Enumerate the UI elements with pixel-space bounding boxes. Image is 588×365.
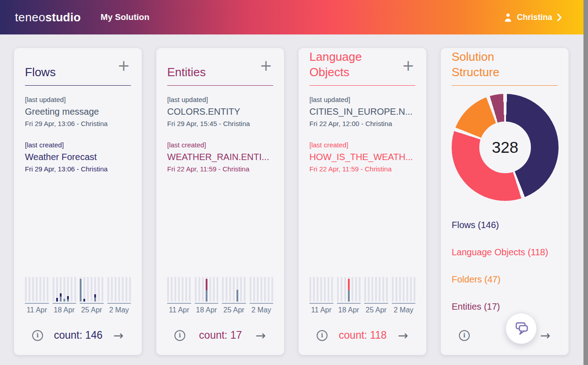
open-arrow-icon[interactable]: → bbox=[113, 329, 124, 341]
bar bbox=[403, 277, 405, 302]
week-label: 11 Apr bbox=[309, 306, 333, 314]
week-label: 18 Apr bbox=[53, 306, 77, 314]
card-entities: Entities + [last updated] COLORS.ENTITY … bbox=[156, 48, 284, 355]
last-updated-entry: [last updated] CITIES_IN_EUROPE.N... Fri… bbox=[309, 96, 415, 127]
solution-title: My Solution bbox=[101, 12, 149, 22]
week-label: 25 Apr bbox=[364, 306, 388, 314]
card-title[interactable]: Language Objects bbox=[309, 49, 390, 80]
bar bbox=[317, 277, 318, 302]
bar bbox=[71, 277, 72, 302]
bar bbox=[355, 277, 357, 302]
bar bbox=[375, 277, 377, 302]
bar bbox=[189, 277, 191, 302]
bar bbox=[392, 277, 394, 302]
bar bbox=[67, 277, 69, 302]
bar bbox=[171, 277, 173, 302]
bar bbox=[236, 277, 238, 302]
legend-item: Folders (47) bbox=[452, 274, 558, 285]
card-title[interactable]: Flows bbox=[25, 65, 56, 80]
bar bbox=[29, 277, 30, 302]
last-created-entry: [last created] HOW_IS_THE_WEATH... Fri 2… bbox=[309, 141, 415, 173]
week-group: 25 Apr bbox=[80, 277, 104, 314]
bar bbox=[32, 277, 34, 302]
week-label: 2 May bbox=[250, 306, 274, 314]
info-icon[interactable]: i bbox=[174, 330, 185, 341]
bar bbox=[320, 277, 322, 302]
bar bbox=[39, 277, 41, 302]
card-title[interactable]: Entities bbox=[167, 65, 206, 80]
week-label: 2 May bbox=[392, 306, 416, 314]
mini-chart: 11 Apr18 Apr25 Apr2 May bbox=[167, 277, 273, 314]
bar bbox=[271, 277, 273, 302]
bar bbox=[63, 277, 65, 302]
card-footer: i count: 146 → bbox=[32, 329, 124, 341]
card-footer: i count: 118 → bbox=[317, 329, 408, 341]
user-menu[interactable]: Christina bbox=[504, 13, 562, 22]
add-icon[interactable]: + bbox=[402, 58, 414, 73]
bar bbox=[125, 277, 127, 302]
bar bbox=[60, 277, 62, 302]
chat-button[interactable] bbox=[506, 313, 537, 344]
bar bbox=[178, 277, 180, 302]
open-arrow-icon[interactable]: → bbox=[540, 329, 550, 341]
bar bbox=[348, 277, 350, 302]
bar bbox=[222, 277, 224, 302]
bar bbox=[371, 277, 373, 302]
last-updated-name[interactable]: COLORS.ENTITY bbox=[167, 107, 273, 117]
last-created-name[interactable]: WEATHER_RAIN.ENTI... bbox=[167, 152, 273, 162]
bar bbox=[382, 277, 384, 302]
open-arrow-icon[interactable]: → bbox=[398, 329, 408, 341]
last-updated-name[interactable]: Greeting message bbox=[25, 107, 131, 117]
bar bbox=[359, 277, 361, 302]
card-title[interactable]: Solution Structure bbox=[452, 49, 532, 80]
bar bbox=[213, 277, 215, 302]
title-divider bbox=[309, 85, 415, 86]
bar bbox=[264, 277, 266, 302]
week-group: 18 Apr bbox=[195, 277, 219, 314]
week-group: 18 Apr bbox=[337, 277, 361, 314]
bar bbox=[182, 277, 183, 302]
bar bbox=[328, 277, 329, 302]
bar bbox=[122, 277, 124, 302]
bar bbox=[324, 277, 326, 302]
add-icon[interactable]: + bbox=[260, 58, 272, 73]
app-logo[interactable]: teneostudio bbox=[15, 10, 81, 24]
last-created-label: [last created] bbox=[25, 141, 131, 149]
week-group: 11 Apr bbox=[167, 277, 191, 314]
last-created-label: [last created] bbox=[309, 141, 415, 149]
last-updated-name[interactable]: CITIES_IN_EUROPE.N... bbox=[309, 107, 415, 117]
last-created-name[interactable]: Weather Forecast bbox=[25, 152, 131, 162]
bar bbox=[101, 277, 103, 302]
info-icon[interactable]: i bbox=[459, 330, 470, 341]
last-updated-label: [last updated] bbox=[309, 96, 415, 103]
info-icon[interactable]: i bbox=[32, 330, 43, 341]
bar bbox=[91, 277, 92, 302]
last-updated-label: [last updated] bbox=[167, 96, 273, 103]
count-label: count: 17 bbox=[199, 329, 242, 341]
last-created-label: [last created] bbox=[167, 141, 273, 149]
last-updated-entry: [last updated] Greeting message Fri 29 A… bbox=[25, 96, 131, 127]
bar bbox=[56, 277, 58, 302]
last-created-meta: Fri 22 Apr, 11:59 - Christina bbox=[167, 165, 273, 173]
bar bbox=[233, 277, 235, 302]
open-arrow-icon[interactable]: → bbox=[255, 329, 266, 341]
bar bbox=[47, 277, 48, 302]
last-created-entry: [last created] WEATHER_RAIN.ENTI... Fri … bbox=[167, 141, 273, 173]
legend-item: Entities (17) bbox=[452, 302, 558, 312]
bar bbox=[174, 277, 176, 302]
info-icon[interactable]: i bbox=[317, 330, 328, 341]
add-icon[interactable]: + bbox=[117, 58, 130, 73]
bar bbox=[341, 277, 342, 302]
last-created-entry: [last created] Weather Forecast Fri 29 A… bbox=[25, 141, 131, 173]
bar bbox=[185, 277, 187, 302]
bar bbox=[217, 277, 218, 302]
scrollbar[interactable] bbox=[583, 0, 588, 365]
mini-chart: 11 Apr18 Apr25 Apr2 May bbox=[25, 277, 131, 314]
last-created-meta: Fri 29 Apr, 13:06 - Christina bbox=[25, 165, 131, 173]
bar bbox=[226, 277, 227, 302]
bar bbox=[386, 277, 388, 302]
last-created-name[interactable]: HOW_IS_THE_WEATH... bbox=[309, 152, 415, 162]
bar bbox=[244, 277, 246, 302]
bar bbox=[352, 277, 353, 302]
last-updated-meta: Fri 29 Apr, 13:06 - Christina bbox=[25, 120, 131, 127]
